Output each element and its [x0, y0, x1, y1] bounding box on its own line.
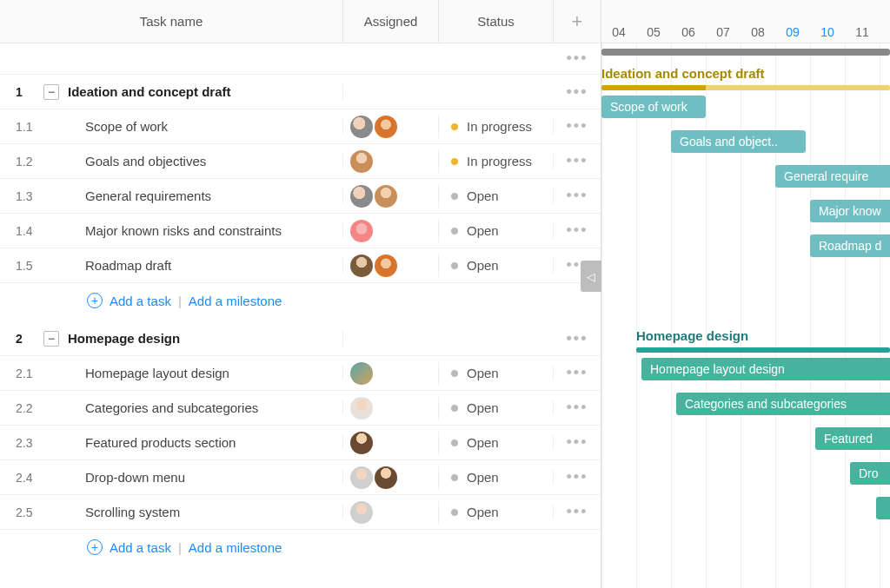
status-cell[interactable]: Open [439, 223, 554, 238]
day-cell[interactable]: 08 [741, 25, 775, 39]
column-assigned[interactable]: Assigned [343, 0, 439, 43]
assigned-cell[interactable] [343, 150, 439, 173]
status-cell[interactable]: Open [439, 435, 554, 450]
collapse-toggle[interactable]: − [43, 331, 59, 347]
row-actions[interactable]: ••• [554, 221, 601, 240]
status-cell[interactable]: Open [439, 400, 554, 415]
avatar[interactable] [350, 501, 373, 524]
avatar[interactable] [350, 254, 373, 277]
task-row[interactable]: 2.1 Homepage layout design Open ••• [0, 356, 601, 391]
column-status[interactable]: Status [439, 0, 554, 43]
timeline-bar[interactable] [876, 497, 890, 519]
add-column-button[interactable]: + [554, 0, 601, 43]
status-dot-icon [451, 405, 458, 412]
assigned-cell[interactable] [343, 220, 439, 242]
row-actions[interactable]: ••• [554, 433, 601, 452]
avatar[interactable] [350, 432, 373, 454]
timeline-bar[interactable]: Categories and subcategories [676, 393, 890, 415]
plus-circle-icon[interactable]: + [87, 539, 103, 555]
row-actions[interactable]: ••• [554, 83, 601, 101]
avatar[interactable] [375, 254, 397, 277]
row-actions[interactable]: ••• [554, 117, 601, 135]
assigned-cell[interactable] [343, 254, 439, 277]
add-milestone-button[interactable]: Add a milestone [189, 294, 282, 308]
day-cell[interactable]: 09 [775, 25, 810, 39]
task-name: Categories and subcategories [85, 400, 258, 415]
plus-circle-icon[interactable]: + [87, 293, 103, 308]
day-cell[interactable]: 11 [845, 25, 880, 39]
avatar[interactable] [350, 220, 373, 242]
timeline-bar[interactable]: Dro [850, 462, 890, 485]
assigned-cell[interactable] [343, 362, 439, 385]
task-row[interactable]: 2.3 Featured products section Open ••• [0, 426, 601, 460]
status-label: In progress [467, 119, 532, 134]
day-cell[interactable]: 07 [706, 25, 741, 39]
task-row[interactable]: 1.2 Goals and objectives In progress ••• [0, 144, 601, 179]
timeline-bar[interactable]: Homepage layout design [641, 358, 890, 380]
row-actions[interactable]: ••• [554, 329, 601, 347]
column-task-name[interactable]: Task name [0, 0, 343, 43]
task-row[interactable]: 1.1 Scope of work In progress ••• [0, 109, 601, 144]
status-cell[interactable]: In progress [439, 154, 554, 168]
assigned-cell[interactable] [343, 185, 439, 208]
more-icon: ••• [567, 433, 588, 452]
assigned-cell[interactable] [343, 501, 439, 524]
avatar[interactable] [350, 150, 373, 173]
avatar[interactable] [350, 397, 373, 420]
task-row[interactable]: 2.5 Scrolling system Open ••• [0, 495, 601, 530]
day-cell[interactable]: 10 [810, 25, 845, 39]
row-actions[interactable]: ••• [554, 187, 601, 205]
task-row[interactable]: 2.2 Categories and subcategories Open ••… [0, 391, 601, 426]
day-cell[interactable]: 06 [671, 25, 706, 39]
task-row[interactable]: 1.4 Major known risks and constraints Op… [0, 214, 601, 248]
assigned-cell[interactable] [343, 116, 439, 138]
add-task-button[interactable]: Add a task [110, 294, 171, 308]
row-actions[interactable]: ••• [554, 399, 601, 417]
avatar[interactable] [375, 116, 397, 138]
avatar[interactable] [350, 362, 373, 385]
day-cell[interactable]: 04 [601, 25, 636, 39]
row-actions[interactable]: ••• [554, 50, 601, 68]
row-actions[interactable]: ••• [554, 152, 601, 170]
avatar[interactable] [375, 185, 397, 208]
assigned-cell[interactable] [343, 397, 439, 420]
timeline-bar[interactable]: Scope of work [601, 96, 706, 118]
row-actions[interactable]: ••• [554, 503, 601, 521]
row-actions[interactable]: ••• [554, 468, 601, 486]
timeline-bar[interactable]: Roadmap d [810, 235, 890, 257]
status-cell[interactable]: Open [439, 505, 554, 519]
collapse-toggle[interactable]: − [43, 84, 59, 100]
timeline-bar[interactable]: Featured [815, 427, 890, 450]
task-row[interactable]: 1.5 Roadmap draft Open ••• [0, 248, 601, 283]
assigned-cell[interactable] [343, 466, 439, 489]
timeline-group-header[interactable]: Homepage design [601, 330, 890, 347]
day-cell[interactable]: 05 [636, 25, 671, 39]
avatar[interactable] [350, 116, 373, 138]
timeline-bar[interactable]: Major know [810, 200, 890, 222]
assigned-cell[interactable] [343, 432, 439, 454]
status-cell[interactable]: Open [439, 258, 554, 273]
more-icon: ••• [567, 152, 588, 170]
row-actions[interactable]: ••• [554, 364, 601, 382]
group-row[interactable]: 1 − Ideation and concept draft ••• [0, 75, 601, 109]
avatar[interactable] [375, 466, 397, 489]
add-milestone-button[interactable]: Add a milestone [189, 540, 282, 555]
name-cell: Scope of work [43, 119, 343, 134]
collapse-pane-button[interactable]: ◁ [581, 261, 601, 292]
status-dot-icon [451, 509, 458, 516]
status-cell[interactable]: Open [439, 470, 554, 485]
timeline-scrollbar[interactable] [601, 49, 890, 56]
status-cell[interactable]: Open [439, 366, 554, 380]
avatar[interactable] [350, 466, 373, 489]
status-cell[interactable]: Open [439, 188, 554, 203]
task-row[interactable]: 2.4 Drop-down menu Open ••• [0, 460, 601, 495]
add-task-button[interactable]: Add a task [110, 540, 171, 555]
timeline-group-header[interactable]: Ideation and concept draft [601, 68, 890, 85]
group-row[interactable]: 2 − Homepage design ••• [0, 321, 601, 356]
status-cell[interactable]: In progress [439, 119, 554, 134]
timeline-bar[interactable]: General require [775, 165, 890, 188]
timeline-bar[interactable]: Goals and object.. [671, 130, 806, 153]
timeline[interactable]: 04 05 06 07 08 09 10 11 Ideation and con… [601, 0, 890, 588]
avatar[interactable] [350, 185, 373, 208]
task-row[interactable]: 1.3 General requirements Open ••• [0, 179, 601, 214]
